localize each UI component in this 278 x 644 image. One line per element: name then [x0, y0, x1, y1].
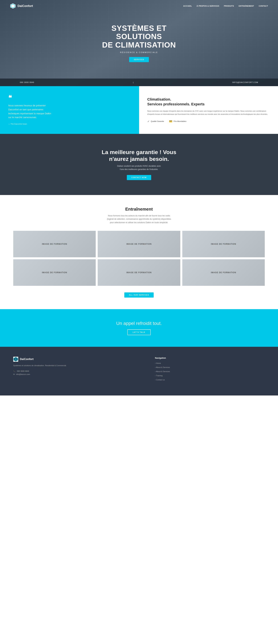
- cta-section: Un appel refroidit tout. LET'S TALK: [0, 309, 278, 347]
- about-body: Nous sommes une équipe d'experts dans le…: [147, 110, 270, 116]
- footer-top: DaiConfort Systèmes et solutions de clim…: [13, 357, 265, 382]
- training-card-4: IMAGE DE FORMATION: [13, 259, 96, 286]
- feature-price: 💳 Prix Abordables: [169, 120, 186, 123]
- training-section: Entraînement Nous formons tous les acteu…: [0, 195, 278, 309]
- about-left-panel: ❝ Nous sommes heureux de présenter Daico…: [0, 86, 139, 134]
- hero-subtitle: RÉSIDENCE & COMMERCIALE: [93, 51, 185, 53]
- phone-icon: 📞: [13, 370, 15, 372]
- training-body: Nous formons tous les acteurs du marché …: [106, 214, 172, 224]
- training-card-label-2: IMAGE DE FORMATION: [126, 243, 152, 246]
- nav-contact[interactable]: CONTACT: [259, 5, 268, 7]
- about-title: Climatisation.Services professionnels. E…: [147, 97, 270, 106]
- hero-content: SYSTÈMES ET SOLUTIONS DE CLIMATISATION R…: [93, 24, 185, 62]
- feature-quality-label: Qualité Garantie: [151, 120, 164, 122]
- logo-area: DaiConfort: [10, 3, 33, 9]
- nav-apropos[interactable]: À PROPOS & SERVICES: [197, 5, 219, 7]
- footer: DaiConfort Systèmes et solutions de clim…: [0, 347, 278, 396]
- feature-quality: ✓ Qualité Garantie: [147, 120, 164, 123]
- contact-now-button[interactable]: CONTACT NOW: [127, 175, 151, 180]
- nav-entrainement[interactable]: ENTRAÎNEMENT: [239, 5, 254, 7]
- hero-bottom-bar: 090 3000 0849 ↓ INFO@DAICONFORT.COM: [0, 78, 278, 86]
- footer-phone: 📞 090 3000 0849: [13, 370, 145, 372]
- team-signature: — The Daiconfort team: [8, 122, 55, 126]
- credit-card-icon: 💳: [169, 120, 172, 123]
- training-card-label-3: IMAGE DE FORMATION: [211, 243, 236, 246]
- footer-nav-home: Home: [155, 362, 265, 364]
- training-card-6: IMAGE DE FORMATION: [182, 259, 265, 286]
- training-card-label-5: IMAGE DE FORMATION: [126, 271, 152, 274]
- training-card-label-4: IMAGE DE FORMATION: [42, 271, 67, 274]
- lets-talk-button[interactable]: LET'S TALK: [127, 329, 151, 335]
- about-right-panel: Climatisation.Services professionnels. E…: [139, 86, 278, 134]
- training-grid: IMAGE DE FORMATION IMAGE DE FORMATION IM…: [13, 231, 265, 286]
- footer-nav-training: Training: [155, 374, 265, 377]
- main-nav: DaiConfort ACCUEIL À PROPOS & SERVICES P…: [0, 0, 278, 12]
- nav-links: ACCUEIL À PROPOS & SERVICES PRODUITS ENT…: [183, 5, 268, 7]
- check-circle-icon: ✓: [147, 120, 150, 123]
- training-title: Entraînement: [13, 206, 265, 212]
- footer-brand-desc: Systèmes et solutions de climatisation. …: [13, 364, 145, 367]
- footer-nav-about1: About & Services: [155, 366, 265, 369]
- logo-text: DaiConfort: [17, 4, 33, 8]
- footer-nav-list: Home About & Services About & Services T…: [155, 362, 265, 381]
- cta-title: Un appel refroidit tout.: [10, 321, 268, 326]
- footer-nav-title: Navigation: [155, 357, 265, 359]
- nav-produits[interactable]: PRODUITS: [224, 5, 234, 7]
- about-section: ❝ Nous sommes heureux de présenter Daico…: [0, 86, 278, 134]
- feature-price-label: Prix Abordables: [174, 120, 186, 122]
- footer-logo-icon: [13, 357, 18, 362]
- training-card-label-1: IMAGE DE FORMATION: [42, 243, 67, 246]
- nav-accueil[interactable]: ACCUEIL: [183, 5, 192, 7]
- footer-nav-about2: About & Services: [155, 370, 265, 373]
- all-services-button[interactable]: ALL OUR SERVICES: [124, 292, 154, 298]
- hero-email: INFO@DAICONFORT.COM: [232, 81, 258, 83]
- guarantee-title: La meilleure garantie ! Vous n'aurez jam…: [102, 149, 176, 162]
- guarantee-body: Daikan soutient ses produits HVAC durabl…: [117, 164, 161, 171]
- training-card-5: IMAGE DE FORMATION: [98, 259, 180, 286]
- footer-nav-contact: Contact us: [155, 378, 265, 381]
- about-quote-text: Nous sommes heureux de présenter Daiconf…: [8, 104, 55, 120]
- footer-brand: DaiConfort Systèmes et solutions de clim…: [13, 357, 145, 382]
- scroll-down-icon[interactable]: ↓: [132, 81, 134, 84]
- training-card-1: IMAGE DE FORMATION: [13, 231, 96, 257]
- guarantee-section: La meilleure garantie ! Vous n'aurez jam…: [0, 134, 278, 195]
- footer-logo-text: DaiConfort: [20, 358, 34, 361]
- quote-icon: ❝: [8, 94, 131, 101]
- logo-icon: [10, 3, 16, 9]
- hero-title: SYSTÈMES ET SOLUTIONS DE CLIMATISATION: [93, 24, 185, 49]
- footer-logo-area: DaiConfort: [13, 357, 145, 362]
- email-icon: ✉: [13, 373, 15, 376]
- features-list: ✓ Qualité Garantie 💳 Prix Abordables: [147, 120, 270, 123]
- training-card-label-6: IMAGE DE FORMATION: [211, 271, 236, 274]
- hero-section: DaiConfort ACCUEIL À PROPOS & SERVICES P…: [0, 0, 278, 86]
- footer-email: ✉ info@tacscn.com: [13, 373, 145, 376]
- services-button[interactable]: SERVICES: [129, 57, 149, 62]
- footer-navigation: Navigation Home About & Services About &…: [155, 357, 265, 382]
- training-card-3: IMAGE DE FORMATION: [182, 231, 265, 257]
- hero-phone: 090 3000 0849: [20, 81, 34, 83]
- training-card-2: IMAGE DE FORMATION: [98, 231, 180, 257]
